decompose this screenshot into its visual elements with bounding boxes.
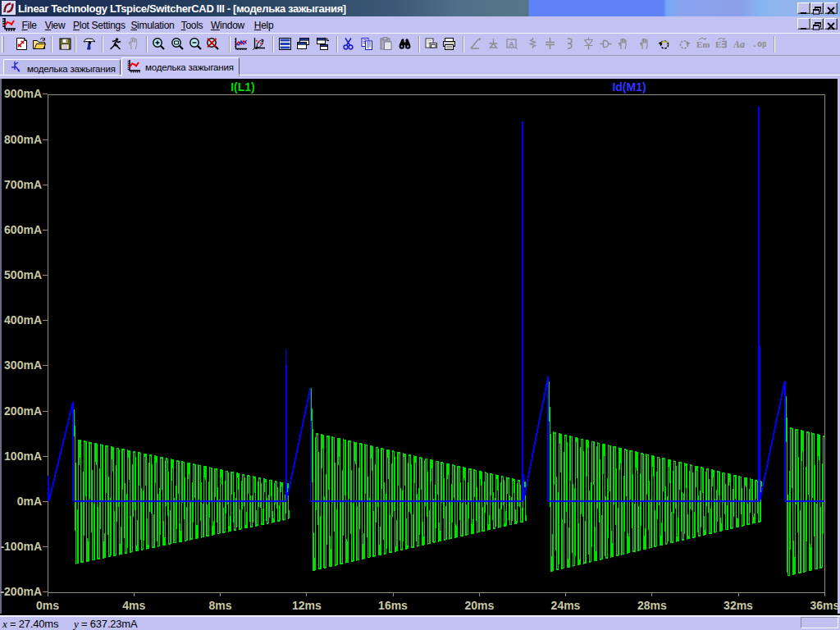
svg-text:A: A [509, 40, 514, 48]
svg-text:700mA: 700mA [4, 178, 42, 191]
svg-text:800mA: 800mA [4, 133, 42, 146]
svg-text:900mA: 900mA [4, 87, 42, 100]
svg-text:.op: .op [752, 40, 766, 49]
svg-text:24ms: 24ms [551, 599, 581, 612]
svg-text:16ms: 16ms [378, 599, 408, 612]
svg-text:500mA: 500mA [4, 268, 42, 281]
svg-text:8ms: 8ms [208, 599, 231, 612]
svg-text:0ms: 0ms [36, 599, 59, 612]
svg-text:4ms: 4ms [122, 599, 145, 612]
svg-text:12ms: 12ms [292, 599, 322, 612]
svg-text:Aa: Aa [733, 39, 745, 50]
svg-text:0mA: 0mA [17, 495, 42, 508]
svg-text:E∃: E∃ [715, 39, 727, 49]
svg-text:300mA: 300mA [4, 358, 42, 372]
svg-text:20ms: 20ms [464, 599, 494, 612]
svg-text:Id(M1): Id(M1) [612, 80, 646, 94]
svg-text:28ms: 28ms [637, 599, 667, 612]
svg-text:I(L1): I(L1) [231, 80, 255, 94]
svg-text:400mA: 400mA [4, 313, 42, 326]
svg-text:-100mA: -100mA [0, 540, 42, 553]
svg-text:36ms: 36ms [810, 599, 839, 612]
svg-text:100mA: 100mA [4, 450, 42, 463]
svg-text:Em: Em [696, 39, 710, 49]
svg-text:600mA: 600mA [4, 223, 42, 236]
svg-text:200mA: 200mA [4, 404, 42, 418]
svg-text:32ms: 32ms [724, 599, 753, 612]
svg-text:-200mA: -200mA [0, 585, 42, 598]
